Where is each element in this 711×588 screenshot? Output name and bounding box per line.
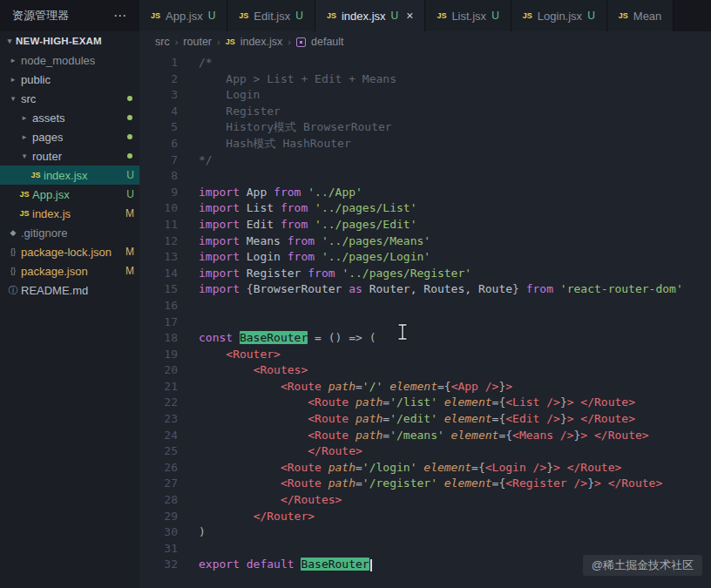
highlighted-symbol: BaseRouter (240, 331, 308, 344)
code-line[interactable]: 5 History模式 BrowserRouter (139, 119, 711, 136)
code-line[interactable]: 11import Edit from '../pages/Edit' (139, 217, 711, 233)
line-number: 11 (139, 217, 178, 233)
tab-login-jsx[interactable]: JSLogin.jsxU (511, 0, 607, 31)
folder-src[interactable]: ▾src (0, 89, 139, 108)
code-token: } (587, 476, 594, 490)
code-text: import List from '../pages/List' (178, 200, 416, 217)
code-lines[interactable]: 1/*2 App > List + Edit + Means3 Login4 R… (139, 52, 711, 573)
folder-node-modules[interactable]: ▸node_modules (0, 51, 139, 70)
code-line[interactable]: 12import Means from '../pages/Means' (139, 233, 711, 250)
close-icon[interactable]: × (406, 9, 413, 23)
js-file-icon: JS (151, 11, 160, 20)
code-token: '../pages/List' (308, 201, 416, 214)
code-line[interactable]: 19 <Router> (139, 347, 711, 363)
line-number: 17 (139, 314, 178, 331)
breadcrumb-item[interactable]: router (183, 36, 212, 48)
code-token (199, 380, 281, 393)
code-token: > (567, 412, 574, 425)
text-caret (370, 559, 372, 571)
breadcrumb-item[interactable]: index.jsx (240, 36, 283, 48)
code-token: path (349, 412, 383, 425)
code-line[interactable]: 13import Login from '../pages/Login' (139, 249, 711, 266)
line-number: 10 (139, 200, 178, 217)
code-line[interactable]: 22 <Route path='/list' element={<List />… (139, 395, 711, 411)
code-line[interactable]: 8 (139, 168, 711, 185)
code-line[interactable]: 3 Login (139, 87, 711, 104)
code-token: from (308, 267, 335, 280)
file-tree: ▸node_modules▸public▾src▸assets▸pages▾ro… (0, 51, 139, 300)
git-modified-dot (127, 115, 132, 120)
more-actions-icon[interactable]: ⋯ (113, 8, 127, 24)
code-line[interactable]: 27 <Route path='/register' element={<Reg… (139, 476, 711, 492)
code-token: '/register' (362, 476, 437, 490)
tab-app-jsx[interactable]: JSApp.jsxU (139, 0, 227, 31)
code-line[interactable]: 2 App > List + Edit + Means (139, 71, 711, 88)
file-app-jsx[interactable]: JSApp.jsxU (0, 185, 139, 204)
folder-label: src (21, 92, 36, 105)
folder-router[interactable]: ▾router (0, 146, 139, 166)
code-text (178, 168, 199, 185)
line-number: 14 (139, 266, 178, 282)
code-token: } (512, 282, 526, 295)
code-line[interactable]: 25 </Route> (139, 443, 711, 460)
js-file-icon: JS (619, 11, 628, 20)
code-line[interactable]: 30) (139, 524, 711, 541)
code-line[interactable]: 16 (139, 298, 711, 314)
file-index-jsx[interactable]: JSindex.jsxU (0, 166, 139, 185)
folder-public[interactable]: ▸public (0, 70, 139, 89)
code-text: History模式 BrowserRouter (178, 119, 392, 136)
code-line[interactable]: 28 </Routes> (139, 492, 711, 509)
breadcrumb-item[interactable]: src (155, 36, 170, 48)
file-package-lock-json[interactable]: {}package-lock.jsonM (0, 242, 139, 261)
folder-pages[interactable]: ▸pages (0, 127, 139, 146)
file-explorer: ▾ NEW-HIGH-EXAM ▸node_modules▸public▾src… (0, 31, 139, 588)
code-token: from (281, 218, 308, 231)
code-line[interactable]: 21 <Route path='/' element={<App />}> (139, 379, 711, 395)
git-status-badge: U (126, 169, 134, 181)
code-line[interactable]: 23 <Route path='/edit' element={<Edit />… (139, 411, 711, 428)
tab-list-jsx[interactable]: JSList.jsxU (425, 0, 511, 31)
code-token: path (349, 395, 383, 409)
code-token: '/login' (362, 461, 417, 474)
file--gitignore[interactable]: ◆.gitignore (0, 223, 139, 242)
file-package-json[interactable]: {}package.jsonM (0, 261, 139, 280)
code-token: Register (240, 267, 308, 280)
code-token: path (322, 461, 356, 474)
code-line[interactable]: 4 Register (139, 104, 711, 120)
code-line[interactable]: 10import List from '../pages/List' (139, 200, 711, 217)
line-number: 16 (139, 298, 178, 314)
line-number: 12 (139, 233, 178, 250)
line-number: 24 (139, 428, 178, 444)
code-token: <App /> (451, 380, 499, 393)
code-token: } (560, 412, 567, 425)
code-token: <Routes> (254, 363, 308, 376)
tab-mean[interactable]: JSMean (607, 0, 674, 31)
code-line[interactable]: 9import App from '../App' (139, 185, 711, 201)
code-line[interactable]: 20 <Routes> (139, 362, 711, 379)
tab-index-jsx[interactable]: JSindex.jsxU× (315, 0, 425, 31)
code-line[interactable]: 24 <Route path='/means' element={<Means … (139, 428, 711, 444)
folder-assets[interactable]: ▸assets (0, 108, 139, 127)
code-line[interactable]: 18const BaseRouter = () => ( (139, 330, 711, 347)
code-token: '../pages/Edit' (308, 218, 416, 231)
file-index-js[interactable]: JSindex.jsM (0, 204, 139, 223)
tab-edit-jsx[interactable]: JSEdit.jsxU (227, 0, 315, 31)
breadcrumb-item[interactable]: default (311, 36, 344, 48)
file-readme-md[interactable]: ⓘREADME.md (0, 280, 139, 300)
default-export-symbol-icon (296, 37, 306, 47)
code-line[interactable]: 14import Register from '../pages/Registe… (139, 266, 711, 282)
code-token: = () => ( (308, 331, 376, 344)
code-token: </Route> (567, 461, 622, 474)
workspace-root[interactable]: ▾ NEW-HIGH-EXAM (0, 31, 139, 51)
code-text (178, 314, 199, 331)
code-line[interactable]: 26 <Route path='/login' element={<Login … (139, 460, 711, 476)
tab-label: List.jsx (451, 10, 486, 23)
code-line[interactable]: 15import {BrowserRouter as Router, Route… (139, 281, 711, 298)
code-line[interactable]: 17 (139, 314, 711, 331)
folder-label: public (21, 73, 51, 86)
code-line[interactable]: 7*/ (139, 152, 711, 169)
code-line[interactable]: 29 </Router> (139, 509, 711, 525)
code-token: Router, Routes, Route (362, 282, 512, 295)
code-line[interactable]: 6 Hash模式 HashRouter (139, 136, 711, 152)
code-line[interactable]: 1/* (139, 55, 711, 71)
